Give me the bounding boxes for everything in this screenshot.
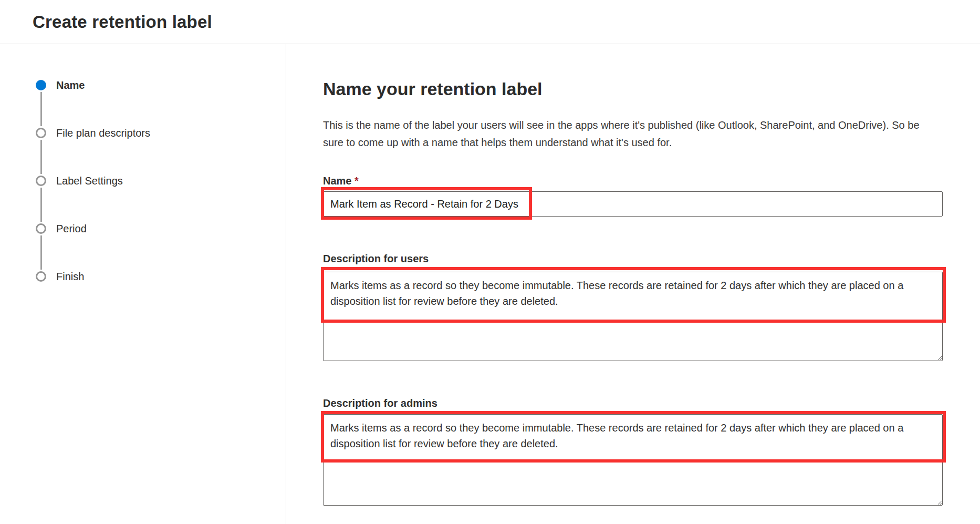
stepper-step-name[interactable]: Name bbox=[36, 80, 286, 90]
step-dot-icon bbox=[36, 271, 46, 282]
step-dot-icon bbox=[36, 128, 46, 138]
name-label-text: Name bbox=[323, 175, 351, 187]
step-label: Label Settings bbox=[56, 175, 123, 187]
stepper-step-period[interactable]: Period bbox=[36, 223, 286, 234]
description-users-textarea[interactable]: Marks items as a record so they become i… bbox=[323, 272, 943, 361]
description-admins-label: Description for admins bbox=[323, 397, 980, 409]
step-label: Name bbox=[56, 79, 85, 91]
step-connector bbox=[40, 188, 42, 222]
description-admins-textarea[interactable]: Marks items as a record so they become i… bbox=[323, 414, 943, 506]
section-heading: Name your retention label bbox=[323, 77, 980, 100]
stepper-step-label-settings[interactable]: Label Settings bbox=[36, 176, 286, 186]
description-users-label: Description for users bbox=[323, 252, 980, 265]
page-title: Create retention label bbox=[33, 12, 212, 32]
step-label: Period bbox=[56, 223, 87, 235]
step-dot-icon bbox=[36, 176, 46, 186]
step-label: Finish bbox=[56, 271, 84, 283]
main-content: Name your retention label This is the na… bbox=[286, 44, 980, 524]
step-label: File plan descriptors bbox=[56, 127, 150, 139]
name-label: Name * bbox=[323, 174, 980, 187]
step-connector bbox=[40, 235, 42, 270]
body-wrap: Name File plan descriptors Label Setting… bbox=[0, 44, 980, 524]
name-field-group: Name * bbox=[323, 174, 980, 217]
step-active-dot-icon bbox=[36, 80, 46, 90]
stepper-step-file-plan-descriptors[interactable]: File plan descriptors bbox=[36, 128, 286, 138]
name-input[interactable] bbox=[323, 191, 943, 217]
intro-text: This is the name of the label your users… bbox=[323, 117, 940, 151]
step-connector bbox=[40, 140, 42, 174]
description-users-group: Description for users Marks items as a r… bbox=[323, 252, 980, 361]
step-dot-icon bbox=[36, 223, 46, 234]
stepper-step-finish[interactable]: Finish bbox=[36, 271, 286, 282]
wizard-stepper: Name File plan descriptors Label Setting… bbox=[0, 44, 286, 524]
description-admins-group: Description for admins Marks items as a … bbox=[323, 397, 980, 506]
required-asterisk: * bbox=[355, 175, 359, 187]
page-header: Create retention label bbox=[0, 0, 980, 44]
step-connector bbox=[40, 92, 42, 126]
